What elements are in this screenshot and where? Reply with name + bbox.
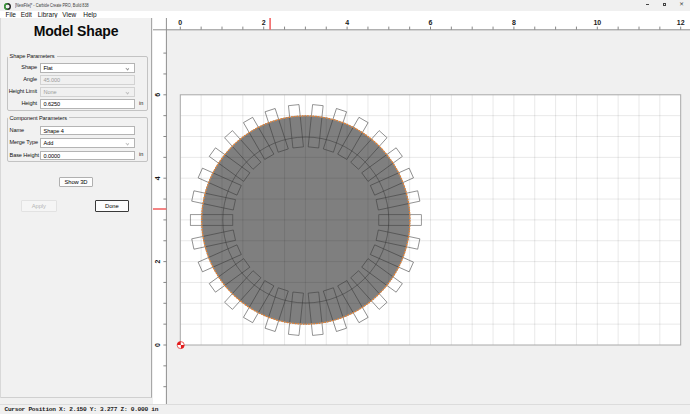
svg-text:0: 0 <box>154 343 161 347</box>
svg-text:2: 2 <box>262 19 266 26</box>
svg-text:2: 2 <box>154 260 161 264</box>
svg-text:10: 10 <box>593 19 601 26</box>
svg-text:12: 12 <box>677 19 685 26</box>
svg-text:0: 0 <box>178 19 182 26</box>
svg-text:8: 8 <box>512 19 516 26</box>
svg-text:6: 6 <box>154 93 161 97</box>
svg-text:6: 6 <box>429 19 433 26</box>
svg-text:4: 4 <box>345 19 349 26</box>
svg-text:4: 4 <box>154 176 161 180</box>
